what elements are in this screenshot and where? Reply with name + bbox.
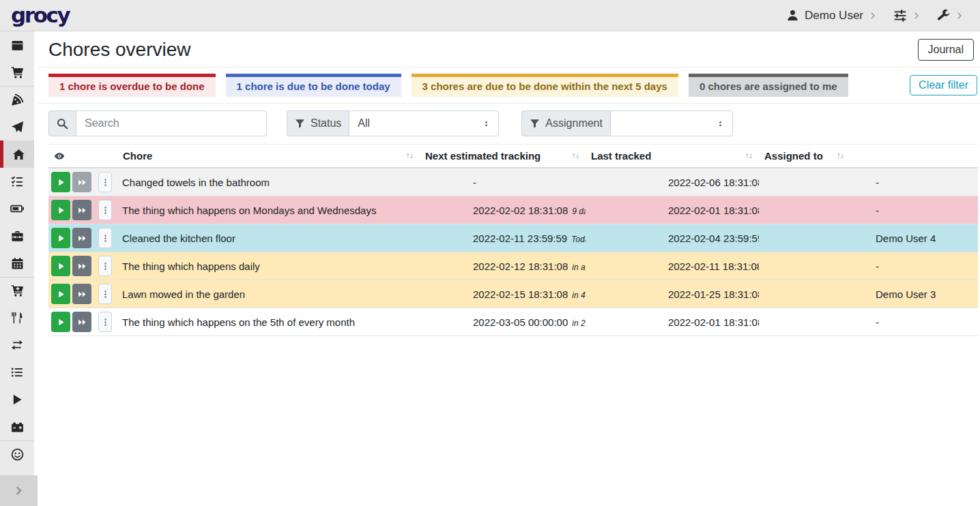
sidebar-item-inventory[interactable]: [0, 359, 34, 386]
sidebar-item-stock[interactable]: [0, 31, 34, 59]
ellipsis-v-icon: [101, 262, 110, 271]
header-last-tracked[interactable]: Last tracked: [586, 145, 759, 167]
row-menu-button[interactable]: [98, 312, 112, 332]
settings-menu[interactable]: [893, 9, 921, 23]
next-tracking-timestamp: -: [473, 177, 476, 188]
track-execution-button[interactable]: [51, 172, 70, 192]
row-menu-button[interactable]: [98, 172, 112, 192]
column-visibility-header[interactable]: [48, 145, 117, 167]
row-menu-button[interactable]: [98, 256, 112, 276]
assigned-user: Demo User 4: [876, 233, 936, 244]
status-filter-assigned[interactable]: 0 chores are assigned to me: [689, 74, 848, 97]
sidebar-item-batteries[interactable]: [0, 195, 34, 222]
sidebar-item-tasks[interactable]: [0, 168, 34, 195]
skip-execution-button[interactable]: [72, 200, 91, 220]
skip-execution-button[interactable]: [72, 312, 91, 332]
track-execution-button[interactable]: [51, 256, 70, 276]
status-filter-overdue[interactable]: 1 chore is overdue to be done: [48, 74, 216, 97]
sort-icon[interactable]: [836, 151, 845, 160]
skip-execution-button[interactable]: [72, 284, 91, 304]
row-menu-button[interactable]: [98, 228, 112, 248]
last-tracked-timestamp: 2022-02-01 18:31:08: [668, 205, 759, 216]
header-next-estimated-tracking[interactable]: Next estimated tracking: [420, 145, 586, 167]
clear-filter-button[interactable]: Clear filter: [910, 75, 977, 95]
chore-name: The thing which happens on Mondays and W…: [122, 205, 376, 216]
sidebar-collapse-button[interactable]: [0, 475, 38, 506]
table-row: Changed towels in the bathroom - 2022-02…: [48, 168, 978, 196]
sidebar-item-userentities[interactable]: [0, 441, 34, 468]
chore-name: The thing which happens daily: [122, 261, 260, 272]
play-icon: [57, 318, 66, 327]
ellipsis-v-icon: [101, 290, 110, 299]
assigned-user: -: [876, 316, 879, 328]
status-filter-soon[interactable]: 3 chores are due to be done within the n…: [412, 74, 678, 97]
fast-forward-icon: [78, 318, 87, 327]
sidebar-item-chores[interactable]: [0, 140, 34, 168]
cart-plus-icon: [11, 284, 24, 297]
sidebar-item-calendar[interactable]: [0, 250, 34, 277]
sidebar-item-shopping-list[interactable]: [0, 59, 34, 86]
filter-icon: [530, 119, 540, 129]
smiley-icon: [11, 448, 24, 461]
fast-forward-icon: [78, 206, 87, 215]
ellipsis-v-icon: [101, 318, 110, 327]
status-select[interactable]: All: [349, 110, 499, 136]
sort-icon[interactable]: [405, 151, 414, 160]
track-execution-button[interactable]: [51, 284, 70, 304]
admin-menu[interactable]: [937, 9, 964, 22]
header-assigned-to[interactable]: Assigned to: [759, 145, 850, 167]
sidebar: [0, 31, 38, 506]
skip-execution-button[interactable]: [72, 172, 91, 192]
user-menu[interactable]: Demo User: [786, 9, 877, 23]
search-input[interactable]: [76, 110, 267, 136]
table-row: Lawn mowed in the garden 2022-02-15 18:3…: [48, 280, 978, 308]
journal-button[interactable]: Journal: [918, 39, 974, 61]
search-group: [48, 110, 267, 136]
fast-forward-icon: [78, 290, 87, 299]
sidebar-item-battery-tracking[interactable]: [0, 413, 34, 441]
ellipsis-v-icon: [101, 206, 110, 215]
track-execution-button[interactable]: [51, 228, 70, 248]
next-tracking-timestamp: 2022-02-12 18:31:08: [473, 261, 568, 272]
search-icon-box: [48, 110, 76, 136]
table-row: The thing which happens daily 2022-02-12…: [48, 252, 978, 280]
sidebar-item-purchase[interactable]: [0, 277, 34, 304]
sidebar-item-equipment[interactable]: [0, 222, 34, 250]
status-filter-today[interactable]: 1 chore is due to be done today: [226, 74, 401, 97]
select-caret-icon: [482, 120, 490, 128]
sidebar-item-recipes[interactable]: [0, 86, 34, 113]
next-tracking-timestamp: 2022-02-11 23:59:59: [473, 233, 567, 244]
assigned-user: -: [876, 205, 879, 216]
sidebar-item-consume[interactable]: [0, 304, 34, 331]
skip-execution-button[interactable]: [72, 228, 91, 248]
skip-execution-button[interactable]: [72, 256, 91, 276]
user-menu-label: Demo User: [805, 9, 863, 23]
sort-icon[interactable]: [571, 151, 580, 160]
row-menu-button[interactable]: [98, 200, 112, 220]
wrench-icon: [937, 9, 950, 22]
eye-icon: [54, 151, 65, 162]
table-row: The thing which happens on Mondays and W…: [48, 196, 978, 224]
track-execution-button[interactable]: [51, 312, 70, 332]
sidebar-item-meal-plan[interactable]: [0, 113, 34, 140]
assignment-select[interactable]: [610, 110, 733, 136]
exchange-icon: [11, 339, 23, 351]
table-row: Cleaned the kitchen floor 2022-02-11 23:…: [48, 224, 978, 252]
last-tracked-timestamp: 2022-02-01 18:31:08: [668, 316, 759, 328]
track-execution-button[interactable]: [51, 200, 70, 220]
chore-name: Lawn mowed in the garden: [122, 288, 245, 300]
assigned-user: -: [876, 261, 879, 272]
page-title: Chores overview: [48, 39, 191, 61]
sidebar-item-chore-tracking[interactable]: [0, 386, 34, 413]
sidebar-item-transfer[interactable]: [0, 331, 34, 359]
sort-icon[interactable]: [745, 151, 753, 160]
play-icon: [11, 393, 23, 406]
pizza-icon: [11, 93, 24, 106]
grocy-logo[interactable]: grocy: [11, 5, 69, 26]
last-tracked-timestamp: 2022-02-11 18:31:08: [668, 261, 759, 272]
assigned-user: -: [876, 177, 879, 188]
next-tracking-relative: Today: [571, 235, 586, 244]
header-chore[interactable]: Chore: [117, 145, 420, 167]
utensils-icon: [11, 312, 23, 324]
row-menu-button[interactable]: [98, 284, 112, 304]
